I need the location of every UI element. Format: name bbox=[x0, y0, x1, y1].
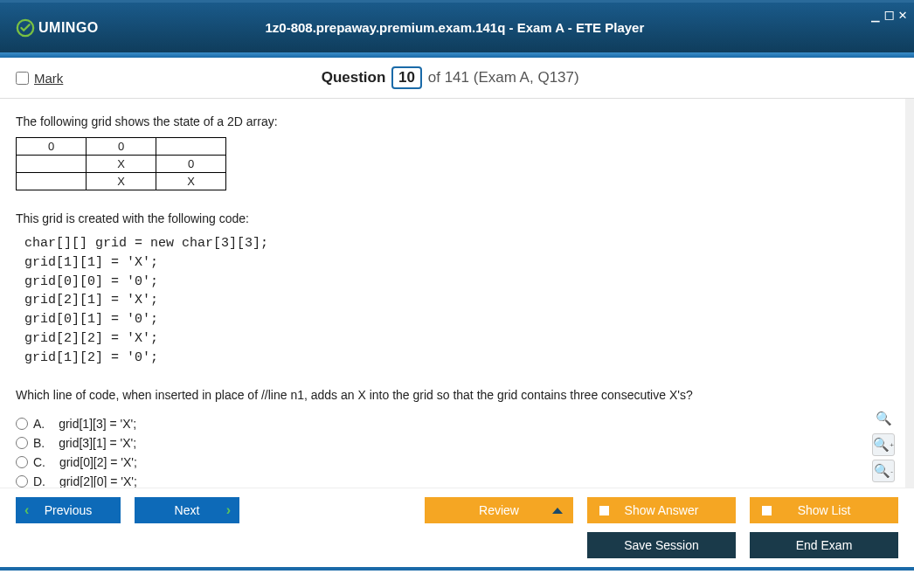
answer-option-d[interactable]: D. grid[2][0] = 'X'; bbox=[16, 472, 890, 488]
titlebar: _ □ ✕ UMINGO 1z0-808.prepaway.premium.ex… bbox=[0, 0, 914, 52]
footer: ‹ Previous Next › Review Show Answer Sho… bbox=[0, 488, 914, 567]
end-exam-button[interactable]: End Exam bbox=[750, 532, 898, 558]
question-label: Question bbox=[322, 69, 386, 86]
question-header: Mark Question 10 of 141 (Exam A, Q137) bbox=[0, 58, 914, 99]
zoom-in-icon[interactable]: 🔍+ bbox=[872, 433, 895, 456]
window-title: 1z0-808.prepaway.premium.exam.141q - Exa… bbox=[99, 20, 811, 35]
minimize-icon[interactable]: _ bbox=[871, 6, 880, 23]
show-answer-button[interactable]: Show Answer bbox=[587, 497, 736, 523]
close-icon[interactable]: ✕ bbox=[898, 6, 907, 23]
question-counter: Question 10 of 141 (Exam A, Q137) bbox=[63, 66, 837, 89]
chevron-right-icon: › bbox=[226, 502, 231, 518]
stop-icon bbox=[599, 506, 609, 515]
logo-check-icon bbox=[16, 18, 35, 38]
zoom-out-icon[interactable]: 🔍- bbox=[872, 460, 895, 482]
search-icon[interactable]: 🔍 bbox=[872, 407, 895, 430]
zoom-tools: 🔍 🔍+ 🔍- bbox=[872, 407, 895, 482]
stop-icon bbox=[762, 506, 772, 515]
bottom-divider bbox=[0, 567, 914, 571]
mark-checkbox[interactable]: Mark bbox=[16, 71, 63, 86]
table-row: X0 bbox=[17, 156, 226, 173]
question-prompt: Which line of code, when inserted in pla… bbox=[16, 388, 890, 402]
mark-checkbox-input[interactable] bbox=[16, 72, 29, 85]
code-block: char[][] grid = new char[3][3]; grid[1][… bbox=[24, 234, 890, 367]
grid-table: 00 X0 XX bbox=[16, 137, 226, 190]
table-row: XX bbox=[17, 173, 226, 190]
window-controls: _ □ ✕ bbox=[871, 6, 907, 23]
question-number: 10 bbox=[391, 66, 422, 89]
save-session-button[interactable]: Save Session bbox=[587, 532, 736, 558]
question-total: of 141 (Exam A, Q137) bbox=[428, 69, 579, 86]
answer-list: A. grid[1][3] = 'X'; B. grid[3][1] = 'X'… bbox=[16, 414, 890, 488]
show-list-button[interactable]: Show List bbox=[750, 497, 898, 523]
answer-option-a[interactable]: A. grid[1][3] = 'X'; bbox=[16, 414, 890, 433]
question-content: The following grid shows the state of a … bbox=[0, 99, 914, 488]
mark-label: Mark bbox=[34, 71, 63, 86]
maximize-icon[interactable]: □ bbox=[885, 6, 894, 23]
logo-text: UMINGO bbox=[38, 20, 99, 36]
question-intro2: This grid is created with the following … bbox=[16, 211, 890, 225]
answer-option-c[interactable]: C. grid[0][2] = 'X'; bbox=[16, 453, 890, 472]
chevron-left-icon: ‹ bbox=[24, 502, 29, 518]
next-button[interactable]: Next › bbox=[135, 497, 239, 523]
answer-option-b[interactable]: B. grid[3][1] = 'X'; bbox=[16, 433, 890, 453]
triangle-up-icon bbox=[552, 508, 563, 514]
previous-button[interactable]: ‹ Previous bbox=[16, 497, 121, 523]
question-intro1: The following grid shows the state of a … bbox=[16, 114, 890, 128]
review-button[interactable]: Review bbox=[425, 497, 573, 523]
table-row: 00 bbox=[17, 138, 226, 156]
logo: UMINGO bbox=[16, 18, 99, 38]
